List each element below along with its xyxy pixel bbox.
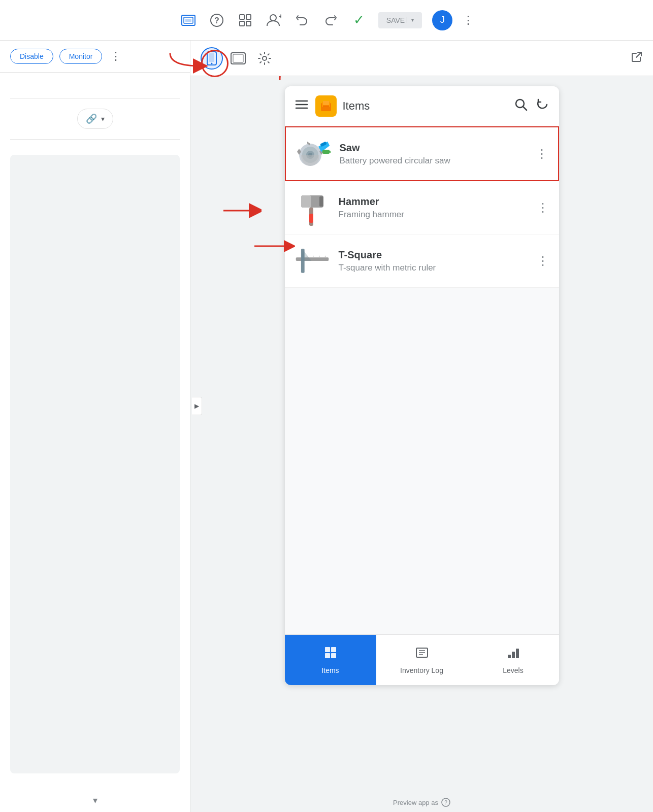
left-sidebar: Disable Monitor ⋮ 🔗 ▾ ▾ bbox=[0, 41, 190, 812]
expand-panel-arrow[interactable]: ▶ bbox=[192, 397, 202, 415]
sidebar-bottom-arrow[interactable]: ▾ bbox=[0, 789, 190, 812]
search-icon[interactable] bbox=[514, 98, 528, 114]
app-title: Items bbox=[343, 99, 514, 113]
hamburger-icon[interactable] bbox=[295, 99, 308, 113]
item-more-icon[interactable]: ⋮ bbox=[537, 254, 549, 268]
svg-rect-7 bbox=[240, 21, 244, 26]
top-toolbar: ? + bbox=[0, 0, 653, 41]
tablet-view-button[interactable] bbox=[227, 47, 249, 70]
items-nav-label: Items bbox=[321, 666, 339, 674]
svg-line-24 bbox=[523, 107, 527, 110]
nav-levels-tab[interactable]: Levels bbox=[468, 635, 559, 685]
preview-icon[interactable] bbox=[179, 11, 198, 29]
svg-rect-39 bbox=[319, 196, 323, 207]
refresh-icon[interactable] bbox=[536, 98, 549, 114]
levels-nav-icon bbox=[506, 646, 520, 663]
app-card-wrapper: Items bbox=[285, 86, 559, 685]
svg-rect-37 bbox=[301, 195, 311, 208]
list-item[interactable]: Hammer Framing hammer ⋮ bbox=[285, 181, 559, 234]
annotation-arrow-top bbox=[275, 76, 315, 87]
item-description: Battery powered circular saw bbox=[340, 156, 536, 166]
app-header: Items bbox=[285, 86, 559, 126]
levels-nav-label: Levels bbox=[503, 666, 523, 674]
chevron-down-icon: ▾ bbox=[93, 795, 97, 806]
add-person-icon[interactable]: + bbox=[265, 11, 283, 29]
help-icon[interactable]: ? bbox=[208, 11, 226, 29]
hammer-icon bbox=[295, 190, 330, 225]
nav-inventory-tab[interactable]: Inventory Log bbox=[376, 635, 468, 685]
svg-rect-6 bbox=[246, 15, 251, 19]
chevron-right-icon: ▶ bbox=[194, 402, 199, 410]
svg-rect-22 bbox=[323, 101, 329, 105]
item-text: Hammer Framing hammer bbox=[339, 196, 537, 220]
save-button[interactable]: SAVE ▾ bbox=[378, 12, 422, 28]
sidebar-link-widget[interactable]: 🔗 ▾ bbox=[77, 109, 113, 129]
check-icon: ✓ bbox=[350, 11, 368, 29]
items-nav-icon bbox=[323, 646, 338, 663]
sidebar-divider-1 bbox=[10, 98, 180, 98]
sidebar-more-icon[interactable]: ⋮ bbox=[110, 50, 121, 63]
disable-button[interactable]: Disable bbox=[10, 49, 53, 64]
item-text: T-Square T-square with metric ruler bbox=[339, 249, 537, 273]
svg-rect-57 bbox=[516, 649, 519, 658]
sidebar-chevron-down-icon: ▾ bbox=[101, 115, 105, 123]
svg-rect-40 bbox=[296, 257, 329, 261]
phone-view-button[interactable] bbox=[201, 47, 223, 70]
more-options-icon[interactable]: ⋮ bbox=[463, 14, 474, 27]
preview-label: Preview app as ? bbox=[190, 793, 653, 812]
items-list: Saw Battery powered circular saw ⋮ bbox=[285, 126, 559, 634]
svg-rect-49 bbox=[325, 653, 330, 658]
sidebar-gray-area bbox=[10, 155, 180, 773]
svg-rect-50 bbox=[331, 653, 336, 658]
inventory-nav-label: Inventory Log bbox=[400, 666, 443, 674]
bottom-nav: Items Inventory Log bbox=[285, 634, 559, 685]
saw-icon bbox=[296, 137, 331, 171]
item-more-icon[interactable]: ⋮ bbox=[537, 200, 549, 215]
external-link-icon[interactable] bbox=[631, 51, 643, 66]
save-label: SAVE bbox=[386, 16, 405, 24]
right-panel: Items bbox=[190, 41, 653, 812]
list-item[interactable]: T-Square T-square with metric ruler ⋮ bbox=[285, 234, 559, 288]
svg-rect-2 bbox=[185, 19, 191, 22]
link-off-icon: 🔗 bbox=[86, 113, 97, 124]
svg-rect-8 bbox=[246, 21, 251, 26]
inventory-nav-icon bbox=[415, 646, 429, 663]
user-initial: J bbox=[440, 15, 445, 25]
monitor-button[interactable]: Monitor bbox=[59, 49, 103, 64]
item-more-icon[interactable]: ⋮ bbox=[536, 147, 548, 161]
app-icon bbox=[315, 95, 337, 117]
svg-rect-33 bbox=[322, 150, 330, 154]
tsquare-icon bbox=[295, 244, 330, 278]
undo-button[interactable] bbox=[293, 11, 311, 29]
svg-rect-12 bbox=[209, 53, 214, 62]
item-name: T-Square bbox=[339, 249, 537, 261]
svg-text:+: + bbox=[279, 14, 281, 20]
preview-label-text: Preview app as bbox=[393, 799, 438, 806]
user-avatar[interactable]: J bbox=[432, 10, 452, 30]
sidebar-top-bar: Disable Monitor ⋮ bbox=[0, 41, 190, 73]
svg-text:?: ? bbox=[444, 800, 447, 805]
secondary-toolbar bbox=[190, 41, 653, 76]
nav-items-tab[interactable]: Items bbox=[285, 635, 376, 685]
grid-icon[interactable] bbox=[236, 11, 254, 29]
svg-marker-42 bbox=[301, 250, 311, 261]
save-chevron: ▾ bbox=[407, 17, 414, 23]
svg-rect-55 bbox=[508, 655, 511, 658]
item-name: Hammer bbox=[339, 196, 537, 208]
preview-area: Items bbox=[190, 76, 653, 793]
svg-rect-38 bbox=[309, 214, 313, 223]
redo-button[interactable] bbox=[321, 11, 340, 29]
svg-rect-15 bbox=[233, 54, 243, 62]
item-name: Saw bbox=[340, 142, 536, 154]
svg-rect-47 bbox=[325, 647, 330, 652]
item-description: Framing hammer bbox=[339, 210, 537, 220]
list-item[interactable]: Saw Battery powered circular saw ⋮ bbox=[285, 126, 559, 181]
app-card: Items bbox=[285, 86, 559, 685]
svg-point-13 bbox=[211, 62, 213, 64]
svg-text:?: ? bbox=[214, 16, 219, 25]
svg-point-16 bbox=[263, 56, 267, 60]
sidebar-content: 🔗 ▾ bbox=[0, 73, 190, 789]
svg-rect-34 bbox=[330, 151, 331, 153]
item-text: Saw Battery powered circular saw bbox=[340, 142, 536, 166]
settings-icon[interactable] bbox=[253, 47, 276, 70]
